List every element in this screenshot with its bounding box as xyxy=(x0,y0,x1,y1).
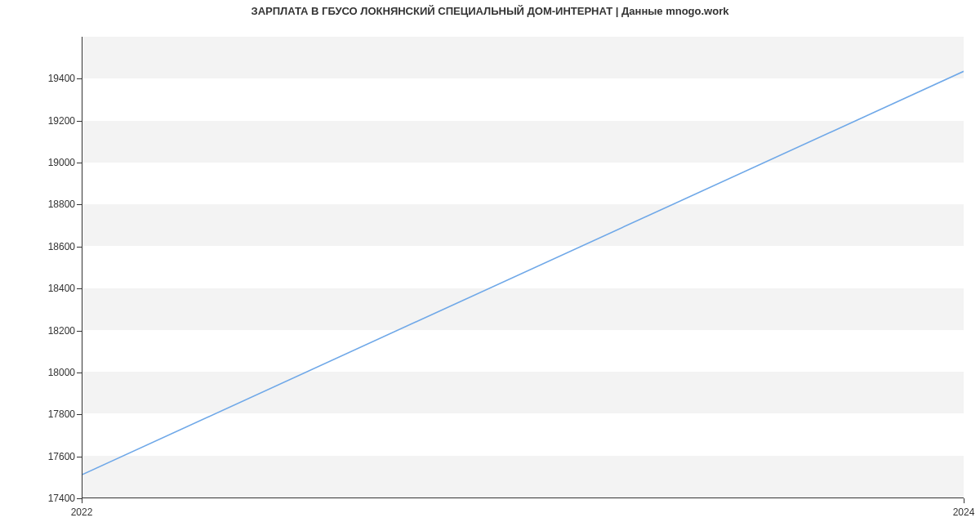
x-tick-label: 2022 xyxy=(57,506,106,518)
y-tick-label: 18200 xyxy=(10,325,75,337)
y-tick-label: 19400 xyxy=(10,73,75,84)
y-tick-label: 19000 xyxy=(10,157,75,168)
y-tick-label: 18000 xyxy=(10,367,75,378)
y-tick-label: 18400 xyxy=(10,283,75,294)
chart-container: ЗАРПЛАТА В ГБУСО ЛОКНЯНСКИЙ СПЕЦИАЛЬНЫЙ … xyxy=(0,0,980,531)
line-layer xyxy=(82,37,964,498)
chart-title: ЗАРПЛАТА В ГБУСО ЛОКНЯНСКИЙ СПЕЦИАЛЬНЫЙ … xyxy=(0,5,980,17)
y-tick-label: 17400 xyxy=(10,493,75,504)
plot-area xyxy=(82,37,964,498)
series-line xyxy=(82,71,964,474)
y-tick-label: 17600 xyxy=(10,451,75,462)
y-tick-label: 18800 xyxy=(10,199,75,210)
x-tick-label: 2024 xyxy=(939,506,980,518)
y-tick-label: 17800 xyxy=(10,408,75,420)
y-tick-label: 18600 xyxy=(10,241,75,252)
y-tick-label: 19200 xyxy=(10,115,75,127)
